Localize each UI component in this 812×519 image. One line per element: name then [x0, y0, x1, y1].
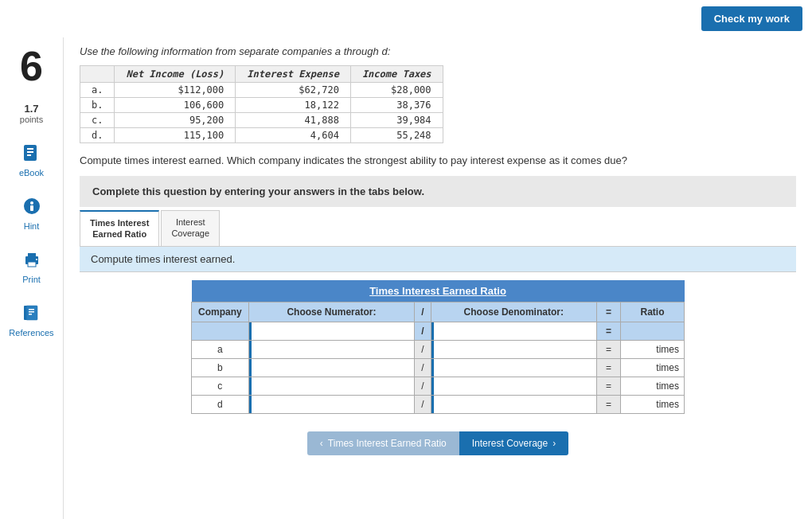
intro-text: Use the following information from separ…: [80, 45, 796, 57]
equals-cell-b: =: [597, 358, 621, 377]
data-table: Net Income (Loss) Interest Expense Incom…: [80, 65, 443, 143]
numerator-input-b[interactable]: [248, 358, 414, 377]
col-header-interest-expense: Interest Expense: [236, 66, 351, 83]
denominator-input-c[interactable]: [431, 377, 596, 395]
numerator-input-d[interactable]: [248, 395, 414, 413]
tab-interest-coverage[interactable]: InterestCoverage: [161, 210, 220, 246]
numerator-input-field[interactable]: [249, 322, 414, 340]
col-equals: =: [597, 302, 621, 322]
denominator-input-field-b[interactable]: [431, 359, 596, 377]
points-info: 1.7 points: [20, 103, 43, 124]
denominator-input-field-d[interactable]: [431, 396, 596, 413]
table-row: a. $112,000 $62,720 $28,000: [80, 83, 443, 98]
svg-point-10: [36, 259, 37, 260]
row-c-net-income: 95,200: [115, 113, 236, 128]
svg-point-5: [30, 201, 33, 205]
numerator-input-field-c[interactable]: [249, 377, 414, 395]
ratio-cell-header: [621, 322, 685, 340]
next-button[interactable]: Interest Coverage ›: [459, 431, 568, 455]
col-numerator: Choose Numerator:: [248, 302, 414, 322]
svg-rect-1: [27, 148, 33, 150]
row-d-interest: 4,604: [236, 128, 351, 143]
svg-rect-2: [27, 151, 33, 153]
hint-label: Hint: [24, 221, 40, 231]
denominator-input-a[interactable]: [431, 340, 596, 358]
instruction-box: Complete this question by entering your …: [80, 176, 796, 207]
row-label-b: b.: [80, 98, 115, 113]
denominator-input-field-c[interactable]: [431, 377, 596, 395]
table-row: b. 106,600 18,122 38,376: [80, 98, 443, 113]
main-layout: 6 1.7 points eBook: [0, 37, 812, 519]
sidebar-item-ebook[interactable]: eBook: [19, 140, 45, 178]
book-icon: [19, 140, 45, 166]
company-cell-b: b: [192, 358, 249, 377]
sidebar-item-print[interactable]: Print: [19, 247, 45, 284]
company-cell-header: [192, 322, 249, 340]
denominator-input-field[interactable]: [431, 322, 596, 340]
points-value: 1.7: [20, 103, 43, 115]
hint-icon: [19, 193, 45, 219]
prev-button[interactable]: ‹ Times Interest Earned Ratio: [307, 431, 459, 455]
section-label: Compute times interest earned.: [80, 247, 796, 272]
next-button-label: Interest Coverage: [472, 438, 548, 449]
row-b-net-income: 106,600: [115, 98, 236, 113]
col-denominator: Choose Denominator:: [431, 302, 596, 322]
numerator-input-field-a[interactable]: [249, 341, 414, 358]
denominator-input-header[interactable]: [431, 322, 596, 340]
row-a-taxes: $28,000: [350, 83, 443, 98]
col-company: Company: [192, 302, 249, 322]
row-label-d: d.: [80, 128, 115, 143]
svg-rect-3: [27, 154, 31, 156]
prev-chevron-icon: ‹: [320, 438, 323, 449]
denominator-input-b[interactable]: [431, 358, 596, 377]
sidebar-item-references[interactable]: References: [9, 300, 53, 338]
sidebar-item-hint[interactable]: Hint: [19, 193, 45, 231]
ratio-cell-a: times: [621, 340, 685, 358]
company-cell-a: a: [192, 340, 249, 358]
company-cell-c: c: [192, 377, 249, 395]
denominator-input-field-a[interactable]: [431, 341, 596, 358]
table-row: d / = times: [192, 395, 685, 413]
slash-cell: /: [415, 322, 431, 340]
next-chevron-icon: ›: [552, 438, 556, 449]
row-b-interest: 18,122: [236, 98, 351, 113]
denominator-input-d[interactable]: [431, 395, 596, 413]
row-label-a: a.: [80, 83, 115, 98]
svg-rect-14: [29, 311, 34, 313]
table-row: d. 115,100 4,604 55,248: [80, 128, 443, 143]
table-row: a / = times: [192, 340, 685, 358]
question-number: 6: [20, 45, 43, 87]
references-label: References: [9, 328, 53, 338]
row-c-taxes: 39,984: [350, 113, 443, 128]
row-a-interest: $62,720: [236, 83, 351, 98]
numerator-input-header[interactable]: [248, 322, 414, 340]
ratio-table-title: Times Interest Earned Ratio: [192, 280, 685, 302]
equals-cell-c: =: [597, 377, 621, 395]
tab-times-interest[interactable]: Times InterestEarned Ratio: [80, 210, 159, 246]
svg-rect-12: [26, 306, 37, 320]
print-label: Print: [22, 275, 41, 284]
bottom-nav: ‹ Times Interest Earned Ratio Interest C…: [80, 431, 796, 455]
equals-cell: =: [597, 322, 621, 340]
col-ratio: Ratio: [621, 302, 685, 322]
slash-cell-d: /: [415, 395, 431, 413]
numerator-input-a[interactable]: [248, 340, 414, 358]
col-header-income-taxes: Income Taxes: [350, 66, 443, 83]
ratio-table: Times Interest Earned Ratio Company Choo…: [191, 280, 685, 414]
ratio-cell-c: times: [621, 377, 685, 395]
references-icon: [18, 300, 44, 326]
row-label-c: c.: [80, 113, 115, 128]
equals-cell-a: =: [597, 340, 621, 358]
check-my-work-button[interactable]: Check my work: [701, 6, 802, 31]
row-d-net-income: 115,100: [115, 128, 236, 143]
numerator-input-field-d[interactable]: [249, 396, 414, 413]
svg-rect-13: [29, 309, 34, 310]
numerator-input-c[interactable]: [248, 377, 414, 395]
table-row: b / = times: [192, 358, 685, 377]
row-d-taxes: 55,248: [350, 128, 443, 143]
numerator-input-field-b[interactable]: [249, 359, 414, 377]
svg-rect-15: [29, 314, 32, 315]
prev-button-label: Times Interest Earned Ratio: [328, 438, 447, 449]
col-header-net-income: Net Income (Loss): [115, 66, 236, 83]
ratio-cell-d: times: [621, 395, 685, 413]
